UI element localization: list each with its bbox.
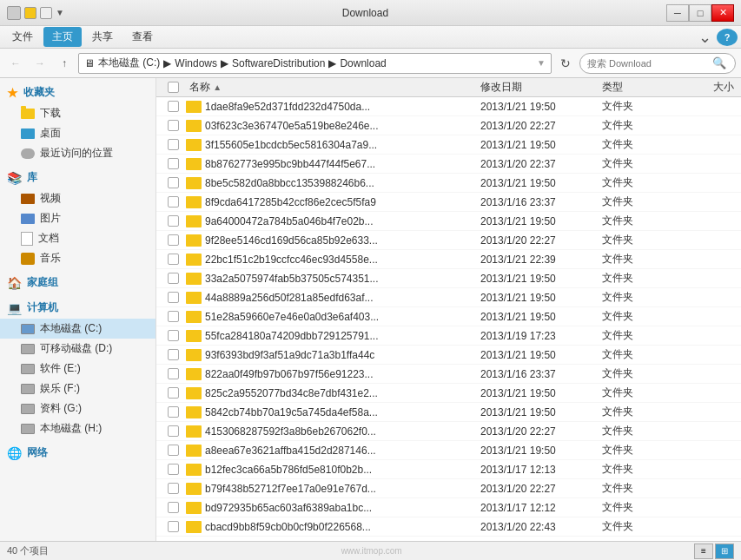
quick-access-2[interactable] — [40, 7, 52, 19]
sidebar-item-local-c[interactable]: 本地磁盘 (C:) — [0, 319, 155, 339]
menu-view[interactable]: 查看 — [123, 27, 162, 47]
sidebar-item-data-g[interactable]: 资料 (G:) — [0, 399, 155, 418]
network-header[interactable]: 🌐 网络 — [0, 442, 155, 464]
sidebar-item-video[interactable]: 视频 — [0, 188, 155, 208]
col-header-type[interactable]: 类型 — [599, 80, 668, 95]
search-input[interactable] — [587, 58, 709, 69]
menu-home[interactable]: 主页 — [43, 27, 82, 47]
folder-icon — [186, 292, 202, 304]
sidebar-item-image[interactable]: 图片 — [0, 208, 155, 228]
table-row[interactable]: 44a8889a256d50f281a85edfd63af... 2013/1/… — [156, 288, 741, 307]
row-checkbox[interactable] — [168, 254, 179, 265]
table-row[interactable]: 33a2a5075974fab5b37505c574351... 2013/1/… — [156, 269, 741, 288]
file-type: 文件夹 — [599, 309, 668, 324]
row-checkbox[interactable] — [168, 292, 179, 303]
row-checkbox[interactable] — [168, 215, 179, 227]
table-row[interactable]: cbacd9bb8f59cb0b0cf9b0f226568... 2013/1/… — [156, 517, 741, 537]
sidebar-item-music[interactable]: 音乐 — [0, 248, 155, 268]
table-row[interactable]: b79f438b52712f7ee17a0e91e767d... 2013/1/… — [156, 479, 741, 498]
sidebar-item-recent[interactable]: 最近访问的位置 — [0, 143, 155, 163]
row-checkbox[interactable] — [168, 483, 179, 494]
table-row[interactable]: 3f155605e1bcdcb5ec5816304a7a9... 2013/1/… — [156, 135, 741, 155]
computer-header[interactable]: 💻 计算机 — [0, 297, 155, 319]
table-row[interactable]: 825c2a9552077bd34c8e7dbf431e2... 2013/1/… — [156, 384, 741, 403]
row-checkbox[interactable] — [168, 311, 179, 322]
table-row[interactable]: a8eea67e3621affba415d2d287146... 2013/1/… — [156, 441, 741, 460]
quick-access-arrow[interactable]: ▼ — [56, 8, 64, 17]
row-checkbox[interactable] — [168, 234, 179, 246]
menu-share[interactable]: 共享 — [83, 27, 122, 47]
table-row[interactable]: 8be5c582d0a8bbcc1353988246b6... 2013/1/2… — [156, 174, 741, 193]
window-title: Download — [64, 7, 666, 19]
sidebar-item-removable-d[interactable]: 可移动磁盘 (D:) — [0, 339, 155, 359]
sidebar-item-doc[interactable]: 文档 — [0, 228, 155, 248]
favorites-header[interactable]: ★ 收藏夹 — [0, 82, 155, 103]
row-checkbox[interactable] — [168, 349, 179, 360]
address-bar[interactable]: 🖥 本地磁盘 (C:) ▶ Windows ▶ SoftwareDistribu… — [78, 53, 552, 74]
table-row[interactable]: 8b8762773e995bc9bb447f44f5e67... 2013/1/… — [156, 155, 741, 174]
row-checkbox[interactable] — [168, 502, 179, 513]
sidebar-item-desktop[interactable]: 桌面 — [0, 123, 155, 143]
search-box[interactable]: 🔍 — [579, 53, 736, 74]
row-checkbox[interactable] — [168, 330, 179, 341]
table-row[interactable]: bd972935b65ac603af6389aba1bc... 2013/1/1… — [156, 498, 741, 517]
sidebar-item-local-h[interactable]: 本地磁盘 (H:) — [0, 418, 155, 438]
sidebar-item-music-f[interactable]: 娱乐 (F:) — [0, 379, 155, 399]
folder-icon — [186, 196, 202, 208]
refresh-button[interactable]: ↻ — [555, 53, 576, 74]
homegroup-header[interactable]: 🏠 家庭组 — [0, 272, 155, 293]
ribbon-expand-button[interactable]: ⌄ — [698, 28, 711, 47]
file-date: 2013/1/21 19:50 — [477, 215, 599, 227]
table-row[interactable]: 4153068287592f3a8b6eb267062f0... 2013/1/… — [156, 422, 741, 441]
table-row[interactable]: 03f623c3e367470e5a519be8e246e... 2013/1/… — [156, 116, 741, 135]
row-checkbox[interactable] — [168, 177, 179, 188]
row-checkbox[interactable] — [168, 158, 179, 169]
menu-file[interactable]: 文件 — [3, 27, 42, 47]
table-row[interactable]: 55fca284180a74209dbb729125791... 2013/1/… — [156, 326, 741, 346]
address-dropdown-button[interactable]: ▼ — [537, 58, 546, 68]
library-header[interactable]: 📚 库 — [0, 167, 155, 188]
row-checkbox[interactable] — [168, 139, 179, 150]
table-row[interactable]: 822aa0f49fb97b067b97f56e91223... 2013/1/… — [156, 365, 741, 384]
table-row[interactable]: 5842cb74bb70a19c5a745da4ef58a... 2013/1/… — [156, 403, 741, 422]
table-row[interactable]: 22bc1f51c2b19ccfcc46ec93d4558e... 2013/1… — [156, 250, 741, 269]
view-toggle: ≡ ⊞ — [694, 544, 734, 559]
table-row[interactable]: 9a64000472a784b5a046b4f7e02b... 2013/1/2… — [156, 212, 741, 231]
row-checkbox[interactable] — [168, 406, 179, 418]
sidebar-item-download[interactable]: 下载 — [0, 103, 155, 123]
file-date: 2013/1/20 22:27 — [477, 425, 599, 438]
sidebar-item-soft-e[interactable]: 软件 (E:) — [0, 359, 155, 379]
select-all-checkbox[interactable] — [168, 82, 179, 93]
table-row[interactable]: 1dae8fa9e52d371fdd232d4750da... 2013/1/2… — [156, 97, 741, 116]
table-row[interactable]: 93f6393bd9f3af51a9dc71a3b1ffa44c 2013/1/… — [156, 346, 741, 365]
row-checkbox[interactable] — [168, 273, 179, 284]
file-type: 文件夹 — [599, 271, 668, 286]
details-view-button[interactable]: ≡ — [694, 544, 713, 559]
close-button[interactable]: ✕ — [711, 4, 734, 22]
minimize-button[interactable]: ─ — [666, 4, 689, 22]
table-row[interactable]: 8f9cda6417285b42ccf86e2cec5f5fa9 2013/1/… — [156, 193, 741, 212]
row-checkbox[interactable] — [168, 425, 179, 437]
col-header-size[interactable]: 大小 — [668, 80, 738, 95]
large-icon-view-button[interactable]: ⊞ — [715, 544, 734, 559]
row-checkbox[interactable] — [168, 120, 179, 131]
help-button[interactable]: ? — [717, 29, 738, 46]
col-header-date[interactable]: 修改日期 — [477, 80, 599, 95]
row-checkbox[interactable] — [168, 196, 179, 208]
maximize-button[interactable]: □ — [689, 4, 711, 22]
up-button[interactable]: ↑ — [54, 53, 75, 74]
row-checkbox[interactable] — [168, 464, 179, 475]
file-name: 51e28a59660e7e46e0a0d3e6af403... — [205, 311, 477, 323]
forward-button[interactable]: → — [30, 53, 50, 74]
row-checkbox[interactable] — [168, 387, 179, 399]
row-checkbox[interactable] — [168, 368, 179, 379]
row-checkbox[interactable] — [168, 521, 179, 532]
col-header-name[interactable]: 名称 ▲ — [186, 80, 477, 95]
table-row[interactable]: b12fec3ca66a5b786fd5e810f0b2b... 2013/1/… — [156, 460, 741, 479]
row-checkbox[interactable] — [168, 101, 179, 112]
back-button[interactable]: ← — [5, 53, 26, 74]
row-checkbox[interactable] — [168, 445, 179, 456]
table-row[interactable]: 9f28ee5146cd169d56ca85b92e633... 2013/1/… — [156, 231, 741, 250]
table-row[interactable]: 51e28a59660e7e46e0a0d3e6af403... 2013/1/… — [156, 307, 741, 326]
quick-access-1[interactable] — [24, 7, 36, 19]
